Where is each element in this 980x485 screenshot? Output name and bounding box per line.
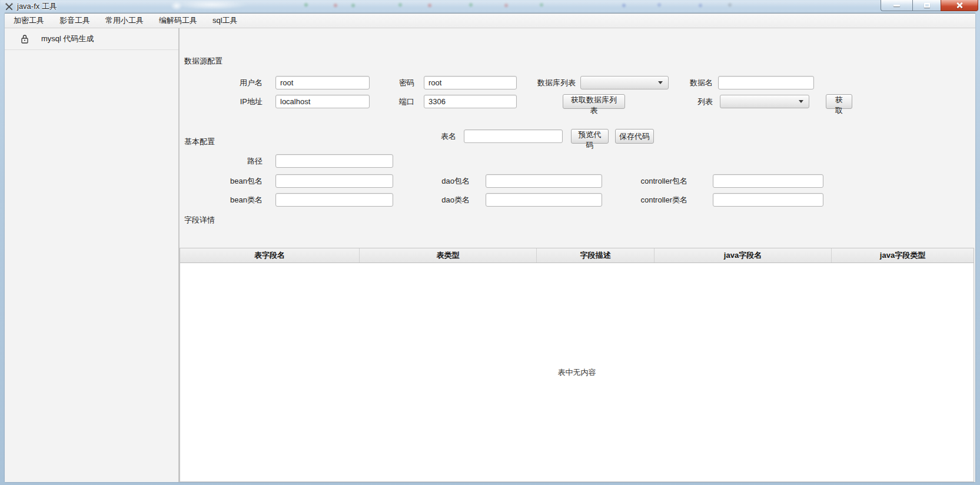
content: mysql 代码生成 数据源配置 用户名 密码 数据库列表 数据名 IP地址 [5,28,975,482]
window-title: java-fx 工具 [17,1,57,12]
save-code-button[interactable]: 保存代码 [615,129,654,144]
minimize-icon [893,5,900,6]
menu-item-media-tools[interactable]: 影音工具 [52,14,98,28]
database-name-label: 数据名 [650,76,713,89]
ip-label: IP地址 [206,95,263,108]
menu-item-codec-tools[interactable]: 编解码工具 [151,14,205,28]
close-button[interactable] [941,0,978,11]
column-header-table-type[interactable]: 表类型 [360,248,537,263]
fetch-database-list-button[interactable]: 获取数据库列表 [563,94,625,109]
bean-class-label: bean类名 [206,193,263,207]
table-empty-placeholder: 表中无内容 [558,367,596,378]
bean-package-input[interactable] [275,174,393,188]
database-list-label: 数据库列表 [512,76,576,89]
section-title-basic: 基本配置 [184,137,215,147]
table-list-label: 列表 [654,95,713,108]
preview-code-button[interactable]: 预览代码 [571,129,609,144]
fetch-button[interactable]: 获取 [826,94,852,109]
menu-item-common-tools[interactable]: 常用小工具 [98,14,151,28]
controller-package-label: controller包名 [624,174,687,188]
table-header-row: 表字段名 表类型 字段描述 java字段名 java字段类型 [180,248,974,263]
sidebar: mysql 代码生成 [5,28,180,482]
menu-item-sql-tools[interactable]: sql工具 [205,14,245,28]
column-header-java-field-name[interactable]: java字段名 [655,248,832,263]
menu-item-encrypt-tools[interactable]: 加密工具 [6,14,52,28]
port-input[interactable] [424,95,517,108]
database-name-input[interactable] [718,76,814,89]
password-input[interactable] [424,76,517,89]
path-input[interactable] [275,154,393,168]
ip-input[interactable] [275,95,370,108]
window-body: 加密工具 影音工具 常用小工具 编解码工具 sql工具 mysql 代码生成 [5,13,975,482]
column-header-java-field-type[interactable]: java字段类型 [832,248,974,263]
username-input[interactable] [275,76,370,89]
table-list-combobox[interactable] [720,95,809,108]
field-details-table: 表字段名 表类型 字段描述 java字段名 java字段类型 表中无内容 [180,248,974,482]
path-label: 路径 [206,154,263,168]
dao-class-label: dao类名 [412,193,470,207]
controller-class-input[interactable] [713,193,823,207]
controller-class-label: controller类名 [624,193,687,207]
password-label: 密码 [358,76,414,89]
close-icon [956,2,963,8]
window: java-fx 工具 加密工具 影音工具 常用小工具 编解码工具 sql工具 [0,0,980,485]
bean-class-input[interactable] [275,193,393,207]
dao-package-label: dao包名 [412,174,470,188]
column-header-field-description[interactable]: 字段描述 [537,248,655,263]
bean-package-label: bean包名 [206,174,263,188]
table-name-input[interactable] [464,129,563,143]
port-label: 端口 [358,95,414,108]
window-controls [881,0,978,11]
section-title-datasource: 数据源配置 [184,56,222,67]
section-title-field-details: 字段详情 [184,215,215,225]
app-icon [5,2,14,11]
maximize-icon [924,3,930,8]
menu-bar: 加密工具 影音工具 常用小工具 编解码工具 sql工具 [5,14,975,28]
dao-package-input[interactable] [486,174,602,188]
window-titlebar[interactable]: java-fx 工具 [0,0,980,13]
table-body[interactable]: 表中无内容 [180,263,974,481]
sidebar-item-mysql-codegen[interactable]: mysql 代码生成 [5,28,178,50]
lock-icon [21,34,29,44]
controller-package-input[interactable] [713,174,823,188]
table-name-label: 表名 [415,129,456,143]
username-label: 用户名 [206,76,263,89]
minimize-button[interactable] [881,0,912,11]
dao-class-input[interactable] [486,193,602,207]
maximize-button[interactable] [912,0,941,11]
chevron-down-icon [799,100,803,103]
sidebar-item-label: mysql 代码生成 [41,34,94,44]
column-header-table-field-name[interactable]: 表字段名 [180,248,360,263]
main-panel: 数据源配置 用户名 密码 数据库列表 数据名 IP地址 端口 获取数据库列表 列… [180,28,975,482]
